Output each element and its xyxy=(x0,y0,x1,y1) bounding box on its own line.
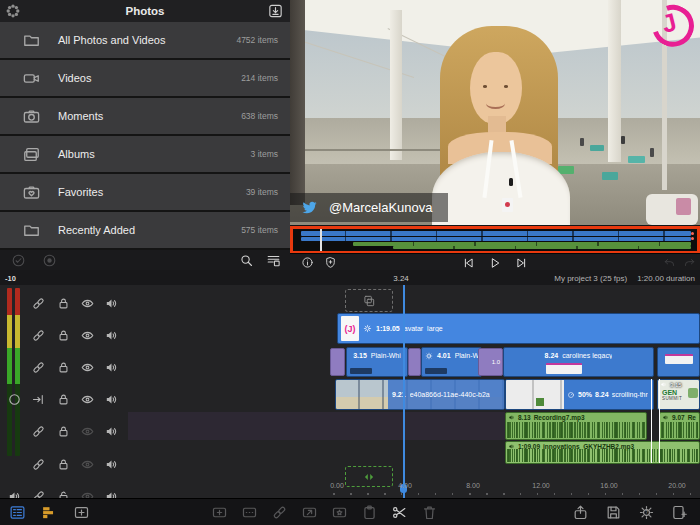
split-clip-icon[interactable] xyxy=(391,504,408,521)
link-icon[interactable] xyxy=(31,360,46,375)
replace-clip-icon[interactable] xyxy=(301,504,318,521)
clip-duration: 1:19.05 xyxy=(376,325,400,332)
insert-clip-icon[interactable] xyxy=(211,504,228,521)
redo-button[interactable] xyxy=(683,256,696,269)
speaker-icon[interactable] xyxy=(104,457,119,472)
safe-area-icon[interactable] xyxy=(324,256,337,269)
clip-title-right[interactable] xyxy=(657,347,700,377)
trim-handle[interactable] xyxy=(651,379,660,463)
overwrite-clip-icon[interactable] xyxy=(241,504,258,521)
track-header-3 xyxy=(0,351,128,383)
library-item-favorites[interactable]: Favorites 39 items xyxy=(0,174,290,212)
eye-icon[interactable] xyxy=(80,360,95,375)
twitter-lower-third: @MarcelaKunova xyxy=(290,193,448,222)
library-item-albums[interactable]: Albums 3 items xyxy=(0,136,290,174)
transition-clip[interactable] xyxy=(408,348,421,376)
clip-placeholder[interactable] xyxy=(345,289,393,312)
effects-icon[interactable] xyxy=(331,504,348,521)
eye-icon[interactable] xyxy=(80,328,95,343)
library-footer xyxy=(0,250,290,270)
link-icon[interactable] xyxy=(31,424,46,439)
timeline-overview[interactable] xyxy=(290,226,700,254)
link-icon[interactable] xyxy=(31,296,46,311)
library-item-all-photos-and-videos[interactable]: All Photos and Videos 4752 items xyxy=(0,22,290,60)
display-options-icon[interactable] xyxy=(266,253,281,268)
track-leading-spacer xyxy=(7,360,22,375)
speed-icon xyxy=(567,391,575,399)
eye-right xyxy=(504,85,508,88)
delete-clip-icon[interactable] xyxy=(421,504,438,521)
link-icon[interactable] xyxy=(31,457,46,472)
share-export-icon[interactable] xyxy=(572,504,589,521)
door-frame xyxy=(290,0,305,205)
skip-forward-button[interactable] xyxy=(515,256,529,270)
audio-icon xyxy=(662,414,669,421)
add-track-icon[interactable] xyxy=(73,504,90,521)
speaker-icon[interactable] xyxy=(104,360,119,375)
eye-icon[interactable] xyxy=(80,392,95,407)
transition-clip[interactable]: 1.0 xyxy=(478,348,503,376)
time-ruler[interactable]: 0.004.008.0012.0016.0020.00 xyxy=(0,481,700,498)
lock-icon[interactable] xyxy=(56,457,71,472)
play-button[interactable] xyxy=(488,256,502,270)
search-icon[interactable] xyxy=(239,253,254,268)
undo-button[interactable] xyxy=(663,256,676,269)
playhead-time: 3.24 xyxy=(384,274,418,283)
lock-icon[interactable] xyxy=(56,296,71,311)
clip-video-e40a866d[interactable]: 9.21 e40a866d-11ae-440c-b2a xyxy=(335,379,505,410)
track-leading-spacer xyxy=(7,296,22,311)
transition-clip[interactable] xyxy=(330,348,345,376)
clip-title-plain-white-1[interactable]: 3.15 Plain-Whi xyxy=(346,347,408,377)
ruler-label: 8.00 xyxy=(466,482,480,489)
eye-icon[interactable] xyxy=(80,424,95,439)
timeline-playhead[interactable] xyxy=(403,285,405,498)
clip-info-panel-icon[interactable] xyxy=(9,504,26,521)
record-icon[interactable] xyxy=(42,253,57,268)
library-item-videos[interactable]: Videos 214 items xyxy=(0,60,290,98)
lock-icon[interactable] xyxy=(56,392,71,407)
multiselect-icon[interactable] xyxy=(11,253,26,268)
clip-recording-right[interactable]: 9.07 Re xyxy=(659,412,700,440)
speaker-icon[interactable] xyxy=(104,392,119,407)
info-icon[interactable] xyxy=(301,256,314,269)
clip-carolines-legacy[interactable]: 8.24 carolines legacy xyxy=(503,347,654,377)
library-item-moments[interactable]: Moments 638 items xyxy=(0,98,290,136)
link-to-main-icon[interactable] xyxy=(31,392,46,407)
lock-icon[interactable] xyxy=(56,424,71,439)
paste-icon[interactable] xyxy=(361,504,378,521)
new-project-icon[interactable] xyxy=(671,504,688,521)
lock-icon[interactable] xyxy=(56,328,71,343)
link-icon[interactable] xyxy=(31,328,46,343)
eye-icon[interactable] xyxy=(80,296,95,311)
speaker-icon[interactable] xyxy=(104,296,119,311)
clip-scrolling-the[interactable]: 50% 8.24 scrolling-thr xyxy=(505,379,654,410)
skip-back-button[interactable] xyxy=(461,256,475,270)
waveform xyxy=(507,449,698,462)
track-header-6 xyxy=(0,448,128,480)
clip-innovations-music[interactable]: 1:09.09 innovations_GKYHZHB2.mp3 xyxy=(505,441,700,464)
main-track-icon[interactable] xyxy=(7,392,22,407)
lock-icon[interactable] xyxy=(56,360,71,375)
speaker-icon[interactable] xyxy=(104,328,119,343)
preview-monitor[interactable]: J @MarcelaKunova xyxy=(290,0,700,225)
settings-help-icon[interactable]: ? xyxy=(638,504,655,521)
clip-title-plain-white-2[interactable]: 4.01 Plain-Wh xyxy=(421,347,482,377)
save-icon[interactable] xyxy=(605,504,622,521)
clip-recording7[interactable]: 8.13 Recording7.mp3 xyxy=(505,412,647,440)
library-item-recently-added[interactable]: Recently Added 575 items xyxy=(0,212,290,250)
clip-name: Recording7.mp3 xyxy=(534,414,585,421)
folder-icon xyxy=(22,31,41,50)
overview-playhead[interactable] xyxy=(320,229,322,251)
clip-avatar-large[interactable]: J 1:19.05 avatar_large xyxy=(337,313,700,344)
timeline-layout-icon[interactable] xyxy=(41,504,58,521)
ruler-ticks xyxy=(333,493,698,495)
overview-marker xyxy=(691,232,694,235)
clip-gen-summit[interactable]: 3.15 GEN SUMMIT xyxy=(657,379,700,410)
eye-icon[interactable] xyxy=(80,457,95,472)
library-item-label: Albums xyxy=(58,148,95,160)
speaker-icon[interactable] xyxy=(104,424,119,439)
audio-icon xyxy=(660,381,667,388)
link-clips-icon[interactable] xyxy=(271,504,288,521)
library-item-label: Recently Added xyxy=(58,224,135,236)
import-button[interactable] xyxy=(267,3,284,19)
